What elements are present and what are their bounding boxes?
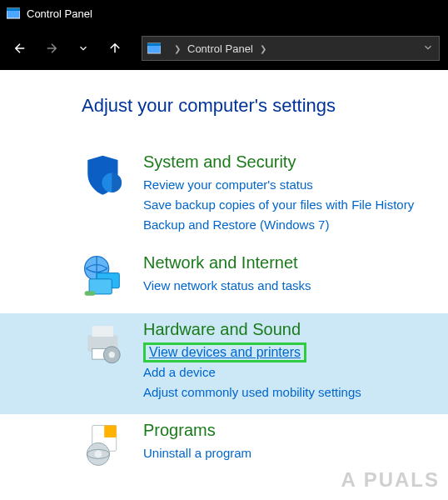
- window-titlebar: Control Panel: [0, 0, 448, 27]
- category-title[interactable]: Hardware and Sound: [143, 320, 440, 339]
- svg-point-14: [109, 352, 115, 358]
- control-panel-icon: [7, 7, 20, 20]
- chevron-down-icon[interactable]: [422, 42, 434, 56]
- svg-rect-11: [92, 326, 113, 337]
- link-devices-printers-highlighted[interactable]: View devices and printers: [143, 342, 306, 362]
- address-bar[interactable]: ❯ Control Panel ❯: [142, 36, 440, 61]
- category-hardware-sound: Hardware and Sound View devices and prin…: [0, 313, 448, 414]
- link-uninstall-program[interactable]: Uninstall a program: [143, 443, 440, 463]
- printer-icon: [82, 320, 130, 368]
- svg-point-18: [94, 450, 102, 458]
- content-area: Adjust your computer's settings System a…: [0, 70, 448, 481]
- link-mobility-settings[interactable]: Adjust commonly used mobility settings: [143, 382, 440, 402]
- watermark: A PUALS: [341, 468, 440, 492]
- programs-icon: [82, 421, 130, 469]
- link-add-device[interactable]: Add a device: [143, 362, 440, 382]
- breadcrumb-item[interactable]: Control Panel: [187, 42, 253, 55]
- back-button[interactable]: [8, 37, 32, 60]
- link-network-status[interactable]: View network status and tasks: [143, 276, 440, 296]
- chevron-right-icon: ❯: [260, 44, 266, 53]
- navigation-bar: ❯ Control Panel ❯: [0, 27, 448, 70]
- category-system-security: System and Security Review your computer…: [0, 146, 448, 247]
- recent-dropdown[interactable]: [72, 37, 95, 60]
- page-title: Adjust your computer's settings: [0, 95, 448, 117]
- category-title[interactable]: Network and Internet: [143, 253, 440, 272]
- chevron-right-icon: ❯: [174, 44, 181, 53]
- svg-rect-3: [147, 43, 161, 46]
- category-title[interactable]: Programs: [143, 421, 440, 440]
- shield-icon: [82, 152, 130, 201]
- svg-rect-1: [7, 8, 20, 11]
- control-panel-icon: [147, 42, 161, 55]
- link-review-status[interactable]: Review your computer's status: [143, 175, 440, 195]
- forward-button[interactable]: [40, 37, 63, 60]
- svg-rect-16: [104, 425, 117, 438]
- svg-rect-9: [85, 291, 96, 295]
- link-file-history[interactable]: Save backup copies of your files with Fi…: [143, 195, 440, 215]
- link-backup-restore[interactable]: Backup and Restore (Windows 7): [143, 215, 440, 235]
- category-network-internet: Network and Internet View network status…: [0, 247, 448, 313]
- up-button[interactable]: [103, 37, 127, 60]
- category-title[interactable]: System and Security: [143, 152, 440, 172]
- globe-network-icon: [82, 253, 130, 302]
- window-title: Control Panel: [27, 8, 92, 20]
